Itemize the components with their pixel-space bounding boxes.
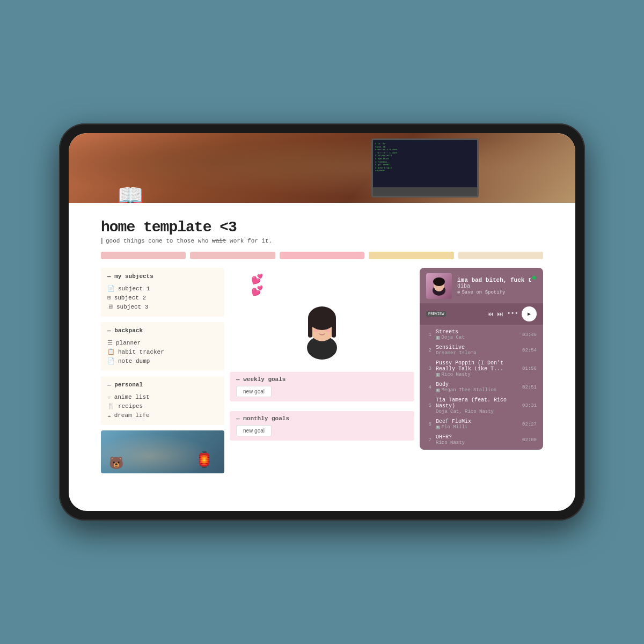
cozy-image: 🏮 🐻 [101,430,224,473]
subtitle-rest: work for it. [230,238,272,244]
bear-icon: 🐻 [109,456,123,471]
track-item[interactable]: 3 Pussy Poppin (I Don't Really Talk Like… [420,358,543,379]
album-figure [428,275,450,297]
plus-circle-icon: ⊕ [457,289,460,295]
track-details: Pussy Poppin (I Don't Really Talk Like T… [436,360,518,377]
note-dump-label: note dump [118,358,150,364]
nav-pill-3[interactable] [280,252,364,259]
tablet-device: $ ls -la total 48 drwxr-xr-x 8 user -rw-… [59,123,585,521]
explicit-badge: E [436,373,440,377]
track-name: Tia Tamera (feat. Rico Nasty) [436,397,518,409]
spotify-artist: diba [457,283,537,289]
doc-icon: 📄 [107,285,115,292]
skip-back-icon[interactable]: ⏮ [487,310,494,318]
sidebar-item-anime-list[interactable]: ☆ anime list [107,392,218,401]
subject3-label: subject 3 [116,304,148,310]
nav-pill-2[interactable] [190,252,275,259]
weekly-new-goal-button[interactable]: new goal [236,386,272,397]
lamp-icon: 🏮 [195,451,214,469]
track-item[interactable]: 1 Streets E Doja Cat 03:46 [420,327,543,342]
svg-rect-4 [308,317,312,338]
track-list: 1 Streets E Doja Cat 03:46 2 Sensitive D… [420,325,543,450]
subjects-section: — my subjects 📄 subject 1 ⊞ subject 2 🖥 … [101,268,224,317]
track-details: Beef FloMix E Flo Milli [436,419,518,430]
monitor-icon: 🖥 [107,303,113,310]
track-artist-row: Dreamer Isloma [436,350,518,356]
habit-tracker-label: habit tracker [118,349,164,355]
planner-label: planner [116,340,141,346]
play-button[interactable]: ▶ [522,306,537,321]
track-artist: Rico Nasty [436,440,465,445]
main-grid: — my subjects 📄 subject 1 ⊞ subject 2 🖥 … [101,268,543,473]
track-name: Pussy Poppin (I Don't Really Talk Like T… [436,360,518,372]
subtitle-text: good things come to those who [106,238,208,244]
sidebar-item-habit-tracker[interactable]: 📋 habit tracker [107,347,218,356]
spotify-header: ima bad bitch, fuck t diba ⊕ Save on Spo… [420,268,543,303]
track-artist: Rico Nasty [442,372,471,377]
track-details: OHFR? Rico Nasty [436,434,518,445]
spotify-song-title: ima bad bitch, fuck t [457,277,537,283]
subject2-label: subject 2 [114,295,146,301]
track-details: Sensitive Dreamer Isloma [436,345,518,356]
spotify-widget: ● ima bad bitch, fuck t dib [420,268,543,450]
anime-girl-figure [292,297,352,361]
subtitle: good things come to those who wait work … [101,238,543,244]
explicit-badge: E [436,336,440,340]
center-content: 💕💕 [230,268,414,445]
sidebar-item-dream-life[interactable]: ☁ dream life [107,411,218,420]
nav-pill-1[interactable] [101,252,186,259]
sidebar-item-planner[interactable]: ☰ planner [107,338,218,347]
track-number: 4 [426,385,431,390]
track-artist-row: Rico Nasty [436,440,518,445]
spotify-album-art [426,273,452,299]
track-details: Tia Tamera (feat. Rico Nasty) Doja Cat, … [436,397,518,414]
track-duration: 02:51 [522,385,537,390]
spotify-save[interactable]: ⊕ Save on Spotify [457,289,537,295]
track-artist: Megan Thee Stallion [442,387,497,393]
track-number: 3 [426,366,431,371]
track-number: 7 [426,437,431,443]
nav-pill-4[interactable] [369,252,453,259]
track-name: Streets [436,329,518,335]
track-duration: 02:27 [522,422,537,427]
spotify-save-text: Save on Spotify [462,290,505,295]
recipes-label: recipes [118,403,143,409]
star-icon: ☆ [107,393,111,400]
spotify-logo-icon: ● [531,273,537,283]
habit-icon: 📋 [107,348,115,355]
sidebar-item-subject3[interactable]: 🖥 subject 3 [107,302,218,311]
track-item[interactable]: 2 Sensitive Dreamer Isloma 02:54 [420,342,543,358]
track-artist: Dreamer Isloma [436,350,477,356]
more-icon[interactable]: ••• [507,310,518,318]
track-item[interactable]: 5 Tia Tamera (feat. Rico Nasty) Doja Cat… [420,395,543,416]
food-icon: 🍴 [107,402,115,409]
playback-controls: ⏮ ⏭ ••• ▶ [487,306,537,321]
track-duration: 03:31 [522,403,537,408]
track-artist-row: E Rico Nasty [436,372,518,377]
track-artist: Doja Cat, Rico Nasty [436,409,494,414]
svg-rect-5 [332,317,336,338]
book-icon: 📖 [117,183,144,203]
preview-badge: PREVIEW [426,311,446,317]
dream-life-label: dream life [114,412,150,419]
monthly-new-goal-button[interactable]: new goal [236,425,272,436]
nav-pills [101,252,543,259]
track-item[interactable]: 6 Beef FloMix E Flo Milli 02:27 [420,416,543,432]
skip-forward-icon[interactable]: ⏭ [497,310,503,318]
track-name: Body [436,382,518,387]
sidebar-item-note-dump[interactable]: 📄 note dump [107,356,218,365]
track-number: 5 [426,403,431,408]
track-artist: Flo Milli [442,425,468,430]
sidebar-item-subject1[interactable]: 📄 subject 1 [107,284,218,293]
personal-header: — personal [107,382,218,388]
track-number: 1 [426,332,431,338]
grid-icon: ⊞ [107,294,111,301]
sidebar-item-subject2[interactable]: ⊞ subject 2 [107,293,218,302]
nav-pill-5[interactable] [458,252,543,259]
svg-point-8 [325,329,331,332]
sidebar-item-recipes[interactable]: 🍴 recipes [107,401,218,411]
subjects-header: — my subjects [107,273,218,280]
track-item[interactable]: 4 Body E Megan Thee Stallion 02:51 [420,379,543,395]
track-item[interactable]: 7 OHFR? Rico Nasty 02:00 [420,432,543,448]
track-name: OHFR? [436,434,518,440]
